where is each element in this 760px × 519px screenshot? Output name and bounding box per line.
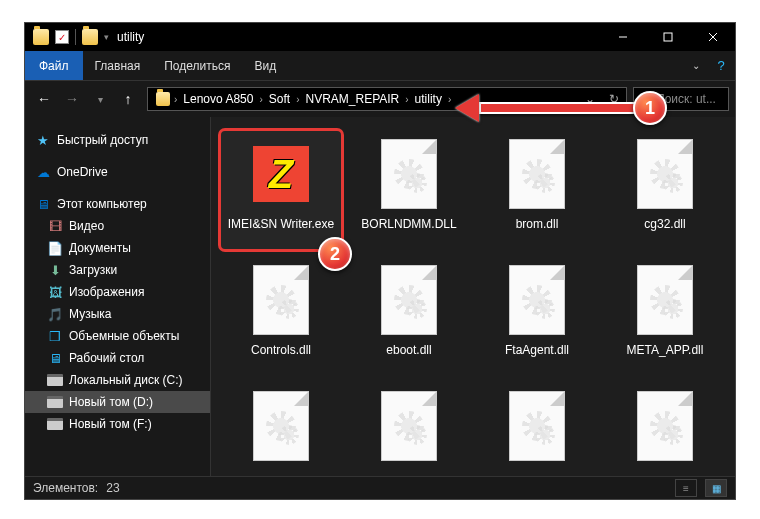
- sidebar-item-label: Загрузки: [69, 263, 117, 277]
- back-button[interactable]: ←: [31, 86, 57, 112]
- file-label: cg32.dll: [644, 217, 685, 231]
- file-item[interactable]: FtaAgent.dll: [475, 255, 599, 377]
- sidebar-drive[interactable]: Новый том (D:): [25, 391, 210, 413]
- dll-icon: [631, 387, 699, 465]
- exe-icon: Z: [253, 146, 309, 202]
- sidebar: ★ Быстрый доступ ☁ OneDrive 🖥 Этот компь…: [25, 117, 211, 476]
- sidebar-item[interactable]: 🖥Рабочий стол: [25, 347, 210, 369]
- file-item[interactable]: Controls.dll: [219, 255, 343, 377]
- folder-type-icon: 🖼: [47, 284, 63, 300]
- dll-icon: [503, 261, 571, 339]
- maximize-button[interactable]: [645, 23, 690, 51]
- maximize-icon: [663, 32, 673, 42]
- ribbon-expand-icon[interactable]: ⌄: [685, 51, 707, 80]
- divider: [75, 29, 76, 45]
- pc-icon: 🖥: [35, 196, 51, 212]
- tab-home[interactable]: Главная: [83, 51, 153, 80]
- files-pane[interactable]: ZIMEI&SN Writer.exeBORLNDMM.DLLbrom.dllc…: [211, 117, 735, 476]
- sidebar-item[interactable]: 🎞Видео: [25, 215, 210, 237]
- sidebar-item[interactable]: 📄Документы: [25, 237, 210, 259]
- cloud-icon: ☁: [35, 164, 51, 180]
- help-icon[interactable]: ?: [707, 51, 735, 80]
- qat-dropdown-icon[interactable]: ▾: [104, 32, 109, 42]
- recent-locations-button[interactable]: ▾: [87, 86, 113, 112]
- file-item[interactable]: ZIMEI&SN Writer.exe: [219, 129, 343, 251]
- file-label: Controls.dll: [251, 343, 311, 357]
- breadcrumb[interactable]: utility: [409, 88, 448, 110]
- file-item[interactable]: [475, 381, 599, 476]
- close-button[interactable]: [690, 23, 735, 51]
- dll-icon: [503, 135, 571, 213]
- breadcrumb[interactable]: NVRAM_REPAIR: [299, 88, 405, 110]
- folder-type-icon: ❒: [47, 328, 63, 344]
- folder-icon: [33, 29, 49, 45]
- svg-rect-1: [664, 33, 672, 41]
- minimize-button[interactable]: [600, 23, 645, 51]
- folder-icon: [156, 92, 170, 106]
- window-title: utility: [117, 30, 600, 44]
- annotation-callout-1: 1: [633, 91, 667, 125]
- sidebar-item-label: Рабочий стол: [69, 351, 144, 365]
- status-count: 23: [106, 481, 119, 495]
- file-item[interactable]: eboot.dll: [347, 255, 471, 377]
- sidebar-this-pc[interactable]: 🖥 Этот компьютер: [25, 193, 210, 215]
- folder-type-icon: 🎞: [47, 218, 63, 234]
- sidebar-item-label: Видео: [69, 219, 104, 233]
- sidebar-item[interactable]: ⬇Загрузки: [25, 259, 210, 281]
- sidebar-item[interactable]: 🎵Музыка: [25, 303, 210, 325]
- sidebar-item-label: Локальный диск (C:): [69, 373, 183, 387]
- drive-icon: [47, 394, 63, 410]
- folder-icon: [82, 29, 98, 45]
- file-label: eboot.dll: [386, 343, 431, 357]
- file-tab[interactable]: Файл: [25, 51, 83, 80]
- file-item[interactable]: brom.dll: [475, 129, 599, 251]
- status-label: Элементов:: [33, 481, 98, 495]
- file-label: IMEI&SN Writer.exe: [228, 217, 334, 231]
- sidebar-item[interactable]: ❒Объемные объекты: [25, 325, 210, 347]
- sidebar-item-label: Новый том (D:): [69, 395, 153, 409]
- view-large-icons-button[interactable]: ▦: [705, 479, 727, 497]
- titlebar: ✓ ▾ utility: [25, 23, 735, 51]
- file-item[interactable]: BORLNDMM.DLL: [347, 129, 471, 251]
- close-icon: [708, 32, 718, 42]
- folder-type-icon: 🖥: [47, 350, 63, 366]
- up-button[interactable]: ↑: [115, 86, 141, 112]
- sidebar-onedrive[interactable]: ☁ OneDrive: [25, 161, 210, 183]
- breadcrumb[interactable]: Lenovo A850: [177, 88, 259, 110]
- file-label: brom.dll: [516, 217, 559, 231]
- sidebar-item-label: Новый том (F:): [69, 417, 152, 431]
- file-item[interactable]: [347, 381, 471, 476]
- sidebar-quick-access[interactable]: ★ Быстрый доступ: [25, 129, 210, 151]
- explorer-window: ✓ ▾ utility Файл Главная Поделиться Вид …: [24, 22, 736, 500]
- qat-properties-icon[interactable]: ✓: [55, 30, 69, 44]
- sidebar-item[interactable]: 🖼Изображения: [25, 281, 210, 303]
- minimize-icon: [618, 32, 628, 42]
- tab-view[interactable]: Вид: [242, 51, 288, 80]
- sidebar-drive[interactable]: Локальный диск (C:): [25, 369, 210, 391]
- dll-icon: [247, 261, 315, 339]
- view-details-button[interactable]: ≡: [675, 479, 697, 497]
- file-label: FtaAgent.dll: [505, 343, 569, 357]
- sidebar-item-label: OneDrive: [57, 165, 108, 179]
- annotation-callout-2: 2: [318, 237, 352, 271]
- sidebar-item-label: Объемные объекты: [69, 329, 179, 343]
- forward-button[interactable]: →: [59, 86, 85, 112]
- tab-share[interactable]: Поделиться: [152, 51, 242, 80]
- sidebar-item-label: Быстрый доступ: [57, 133, 148, 147]
- file-item[interactable]: cg32.dll: [603, 129, 727, 251]
- sidebar-drive[interactable]: Новый том (F:): [25, 413, 210, 435]
- sidebar-item-label: Этот компьютер: [57, 197, 147, 211]
- file-item[interactable]: [219, 381, 343, 476]
- file-label: META_APP.dll: [627, 343, 704, 357]
- star-icon: ★: [35, 132, 51, 148]
- folder-type-icon: 📄: [47, 240, 63, 256]
- breadcrumb[interactable]: Soft: [263, 88, 296, 110]
- dll-icon: [631, 261, 699, 339]
- dll-icon: [631, 135, 699, 213]
- file-item[interactable]: META_APP.dll: [603, 255, 727, 377]
- drive-icon: [47, 416, 63, 432]
- body: ★ Быстрый доступ ☁ OneDrive 🖥 Этот компь…: [25, 117, 735, 476]
- dll-icon: [375, 135, 443, 213]
- dll-icon: [375, 387, 443, 465]
- file-item[interactable]: [603, 381, 727, 476]
